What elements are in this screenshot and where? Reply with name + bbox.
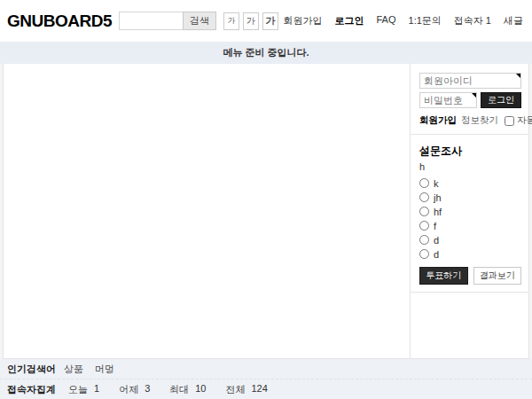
nav-login-link[interactable]: 로그인 <box>335 14 364 27</box>
poll-option[interactable]: jh <box>419 191 521 204</box>
font-size-controls: 가 가 가 <box>223 12 278 30</box>
poll-option-label: hf <box>434 207 442 217</box>
password-field-wrap <box>419 92 477 108</box>
poll-question: h <box>419 161 521 172</box>
popular-keywords-list: 상품 머멍 <box>64 363 114 376</box>
visitor-stats-list: 오늘 1 어제 3 최대 10 전체 124 <box>68 383 268 396</box>
visitor-stats-row: 접속자집계 오늘 1 어제 3 최대 10 전체 124 <box>0 379 532 399</box>
poll-option[interactable]: d <box>419 233 521 246</box>
find-info-link[interactable]: 정보찾기 <box>461 114 498 127</box>
poll-radio[interactable] <box>419 192 429 202</box>
site-header: GNUBOARD5 검색 가 가 가 회원가입 로그인 FAQ 1:1문의 접속… <box>0 0 532 42</box>
stat-max: 최대 10 <box>169 383 206 396</box>
poll-option-label: d <box>434 249 439 260</box>
member-id-input[interactable] <box>419 73 521 89</box>
required-corner-icon <box>516 74 520 78</box>
login-links-row: 회원가입 정보찾기 자동로그인 <box>419 114 521 127</box>
auto-login-wrap: 자동로그인 <box>505 114 532 127</box>
login-button[interactable]: 로그인 <box>481 92 521 108</box>
content-area: 로그인 회원가입 정보찾기 자동로그인 설문조사 h k jh <box>3 64 529 359</box>
poll-buttons-row: 투표하기 결과보기 <box>419 267 521 285</box>
popular-keywords-title: 인기검색어 <box>7 363 60 376</box>
required-corner-icon <box>472 93 476 98</box>
poll-radio[interactable] <box>419 178 429 188</box>
poll-option[interactable]: k <box>419 176 521 190</box>
auto-login-checkbox[interactable] <box>505 116 514 126</box>
footer: 인기검색어 상품 머멍 접속자집계 오늘 1 어제 3 최대 10 전체 124 <box>0 359 532 399</box>
stat-label: 오늘 <box>68 383 88 396</box>
stat-label: 어제 <box>119 383 138 396</box>
poll-radio[interactable] <box>419 235 429 245</box>
stat-label: 최대 <box>169 383 189 396</box>
login-box: 로그인 회원가입 정보찾기 자동로그인 <box>411 64 528 135</box>
font-size-medium-button[interactable]: 가 <box>243 12 259 30</box>
stat-value: 3 <box>145 383 150 396</box>
nav-register-link[interactable]: 회원가입 <box>284 14 323 27</box>
keyword-link[interactable]: 머멍 <box>95 363 114 376</box>
nav-qa-link[interactable]: 1:1문의 <box>409 14 442 27</box>
keyword-link[interactable]: 상품 <box>64 363 83 376</box>
font-size-large-button[interactable]: 가 <box>262 12 278 30</box>
poll-results-button[interactable]: 결과보기 <box>473 267 522 285</box>
poll-option[interactable]: d <box>419 247 521 261</box>
poll-radio[interactable] <box>419 221 429 231</box>
stat-value: 124 <box>252 383 268 396</box>
poll-box: 설문조사 h k jh hf f d <box>411 135 528 293</box>
stat-value: 10 <box>195 383 206 396</box>
poll-option-label: k <box>434 178 439 189</box>
popular-keywords-row: 인기검색어 상품 머멍 <box>0 359 532 379</box>
vote-button[interactable]: 투표하기 <box>419 267 468 285</box>
nav-new-posts-link[interactable]: 새글 <box>504 14 523 27</box>
auto-login-label: 자동로그인 <box>517 114 532 127</box>
poll-option-label: f <box>434 221 436 231</box>
search-button[interactable]: 검색 <box>183 12 216 30</box>
stat-yesterday: 어제 3 <box>119 383 150 396</box>
sidebar: 로그인 회원가입 정보찾기 자동로그인 설문조사 h k jh <box>410 64 528 358</box>
visitor-stats-title: 접속자집계 <box>7 383 60 396</box>
stat-today: 오늘 1 <box>68 383 99 396</box>
nav-visitors-link[interactable]: 접속자 1 <box>454 14 491 27</box>
poll-option-label: jh <box>434 192 442 203</box>
site-logo[interactable]: GNUBOARD5 <box>7 12 112 31</box>
join-link[interactable]: 회원가입 <box>419 114 457 127</box>
password-input[interactable] <box>419 92 477 108</box>
member-id-field-wrap <box>419 73 521 89</box>
poll-title: 설문조사 <box>419 144 521 159</box>
poll-option-label: d <box>434 235 439 246</box>
menu-placeholder-bar: 메뉴 준비 중입니다. <box>0 42 532 64</box>
poll-radio[interactable] <box>419 249 429 259</box>
stat-total: 전체 124 <box>226 383 268 396</box>
main-empty-area <box>4 64 410 358</box>
poll-option[interactable]: hf <box>419 205 521 218</box>
top-nav: 회원가입 로그인 FAQ 1:1문의 접속자 1 새글 <box>284 14 524 27</box>
poll-radio[interactable] <box>419 207 429 216</box>
stat-value: 1 <box>94 383 99 396</box>
nav-faq-link[interactable]: FAQ <box>377 14 396 27</box>
font-size-small-button[interactable]: 가 <box>223 12 239 30</box>
password-row: 로그인 <box>419 92 521 108</box>
poll-option[interactable]: f <box>419 219 521 232</box>
search-input[interactable] <box>119 12 183 30</box>
header-search: 검색 <box>119 12 216 30</box>
stat-label: 전체 <box>226 383 246 396</box>
